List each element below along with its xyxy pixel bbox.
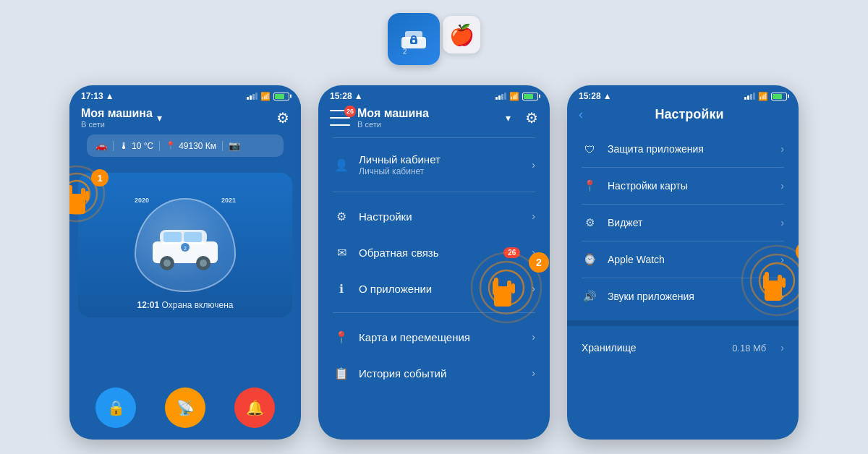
hamburger-menu[interactable]: 26 xyxy=(330,110,350,126)
phone-3: 15:28 ▲ 📶 ‹ Настройки xyxy=(567,85,799,440)
back-button[interactable]: ‹ xyxy=(579,107,583,122)
svg-rect-17 xyxy=(163,232,182,242)
history-icon: 📋 xyxy=(333,364,350,382)
gear-icon-2[interactable]: ⚙ xyxy=(525,109,538,127)
cabinet-icon: 👤 xyxy=(333,156,350,174)
phone-2: 15:28 ▲ 📶 xyxy=(318,85,550,440)
chevron-storage: › xyxy=(780,342,784,354)
chevron-settings: › xyxy=(532,210,535,222)
gear-icon-1[interactable]: ⚙ xyxy=(276,109,289,127)
settings-item-storage[interactable]: Хранилище 0.18 Мб › xyxy=(567,332,799,364)
wifi-icon-2: 📶 xyxy=(509,92,519,101)
menu-section-1: 👤 Личный кабинет Личный кабинет › xyxy=(318,144,550,186)
wifi-icon-3: 📶 xyxy=(758,92,768,101)
location-icon-2: ▲ xyxy=(354,91,363,101)
storage-label: Хранилище xyxy=(582,342,722,354)
divider-top-2 xyxy=(333,137,535,138)
divider-2 xyxy=(333,192,535,192)
location-icon-3: ▲ xyxy=(603,91,612,101)
svg-text:2: 2 xyxy=(184,246,187,251)
btn-lock[interactable]: 🔒 xyxy=(95,387,136,428)
phone-1: 17:13 ▲ 📶 xyxy=(69,85,301,440)
car-name-1: Моя машина В сети xyxy=(81,107,153,129)
phones-container: 17:13 ▲ 📶 xyxy=(69,85,799,440)
battery-icon-3 xyxy=(771,93,787,100)
stat-temperature: 🌡 10 °C xyxy=(119,140,153,151)
status-time-3: 15:28 ▲ xyxy=(579,91,612,101)
battery-icon-1 xyxy=(273,93,289,100)
status-time-2: 15:28 ▲ xyxy=(330,91,363,101)
settings-icon: ⚙ xyxy=(333,207,350,225)
car-status-text: 12:01 Охрана включена xyxy=(78,300,292,310)
stat-extra: 📷 xyxy=(229,140,240,151)
menu-badge-count: 26 xyxy=(344,106,356,117)
menu-item-history[interactable]: 📋 История событий › xyxy=(318,355,550,391)
location-icon-1: ▲ xyxy=(106,91,114,101)
settings-label: Настройки xyxy=(359,210,523,223)
svg-point-43 xyxy=(796,241,799,262)
status-time-1: 17:13 ▲ xyxy=(81,91,114,101)
hand-cursor-2: 2 xyxy=(470,244,550,334)
engine-icon: 🚗 xyxy=(95,140,107,151)
svg-text:2: 2 xyxy=(536,257,542,268)
settings-title: Настройки xyxy=(592,107,787,122)
signal-bars-2 xyxy=(495,93,506,100)
map-settings-icon: 📍 xyxy=(582,178,597,194)
chevron-map-settings: › xyxy=(780,180,784,192)
settings-item-map[interactable]: 📍 Настройки карты › xyxy=(567,168,799,204)
widget-icon: ⚙ xyxy=(582,215,597,231)
snow-globe: 2020 2021 xyxy=(127,191,243,299)
stats-bar-1: 🚗 🌡 10 °C 📍 49130 Км 📷 xyxy=(87,134,284,157)
svg-rect-32 xyxy=(511,283,515,294)
status-bar-3: 15:28 ▲ 📶 xyxy=(567,85,799,104)
settings-header: ‹ Настройки xyxy=(567,104,799,131)
sounds-icon: 🔊 xyxy=(582,288,597,304)
settings-item-protection[interactable]: 🛡 Защита приложения › xyxy=(567,131,799,167)
svg-rect-10 xyxy=(69,185,72,197)
menu-item-cabinet[interactable]: 👤 Личный кабинет Личный кабинет › xyxy=(318,144,550,186)
signal-bars-1 xyxy=(247,93,258,100)
svg-rect-42 xyxy=(782,278,786,288)
stat-mileage: 📍 49130 Км xyxy=(166,141,216,151)
chevron-icon-2[interactable]: ▾ xyxy=(506,112,511,124)
feedback-icon: ✉ xyxy=(333,244,350,261)
apple-icon: 🍎 xyxy=(443,16,480,53)
widget-label: Виджет xyxy=(608,217,770,228)
chevron-icon-1[interactable]: ▾ xyxy=(157,112,162,124)
svg-rect-40 xyxy=(765,272,769,283)
svg-rect-11 xyxy=(81,188,85,200)
menu-item-settings[interactable]: ⚙ Настройки › xyxy=(318,198,550,234)
wifi-icon-1: 📶 xyxy=(260,92,271,101)
chevron-protection: › xyxy=(780,143,784,155)
status-bar-1: 17:13 ▲ 📶 xyxy=(69,85,301,104)
year-right: 2021 xyxy=(221,197,236,204)
main-app-icon[interactable]: 2 xyxy=(388,13,440,65)
hand-cursor-3: 3 xyxy=(733,237,799,327)
year-left: 2020 xyxy=(135,197,149,204)
storage-value: 0.18 Мб xyxy=(732,343,766,354)
phone1-header: 1 Моя машина В сети ▾ ⚙ xyxy=(69,104,301,134)
cabinet-label: Личный кабинет xyxy=(359,153,523,166)
chevron-widget: › xyxy=(780,217,784,228)
btn-alert[interactable]: 🔔 xyxy=(234,387,275,428)
about-icon: ℹ xyxy=(333,280,350,297)
svg-point-3 xyxy=(412,40,415,43)
info-icon: 📷 xyxy=(229,140,240,151)
cabinet-subtitle: Личный кабинет xyxy=(359,166,523,176)
svg-rect-12 xyxy=(85,191,89,201)
map-icon: 📍 xyxy=(333,328,350,346)
status-bar-2: 15:28 ▲ 📶 xyxy=(318,85,550,104)
history-label: История событий xyxy=(359,367,523,380)
btn-signal[interactable]: 📡 xyxy=(165,387,205,428)
hamburger-header: 26 Моя машина В сети ▾ ⚙ xyxy=(318,104,550,134)
svg-point-20 xyxy=(163,260,171,267)
settings-item-widget[interactable]: ⚙ Виджет › xyxy=(567,205,799,241)
map-settings-label: Настройки карты xyxy=(608,180,770,192)
applewatch-icon: ⌚ xyxy=(582,252,597,267)
time-1: 17:13 xyxy=(81,91,103,101)
location-icon: 📍 xyxy=(166,141,176,150)
stat-engine: 🚗 xyxy=(95,140,107,151)
hand-cursor-1: 1 xyxy=(69,158,120,233)
svg-text:2: 2 xyxy=(403,48,407,56)
svg-text:1: 1 xyxy=(97,173,102,184)
